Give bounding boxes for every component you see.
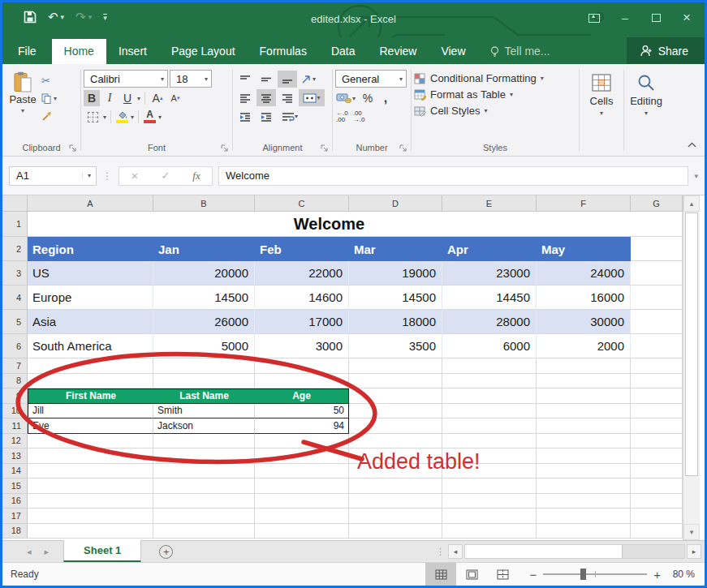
row-header-2[interactable]: 2: [2, 237, 28, 261]
cell-data[interactable]: 14600: [255, 285, 349, 310]
cell[interactable]: [255, 358, 349, 374]
horizontal-scroll-thumb[interactable]: [465, 545, 623, 558]
borders-dropdown[interactable]: ▾: [103, 114, 106, 121]
column-header-C[interactable]: C: [255, 195, 349, 212]
cell[interactable]: [537, 418, 631, 434]
cell[interactable]: [442, 524, 537, 539]
cell[interactable]: [537, 449, 631, 464]
cell[interactable]: [442, 479, 537, 494]
select-all-corner[interactable]: [2, 195, 28, 212]
cell[interactable]: [442, 388, 537, 404]
cell[interactable]: [349, 404, 442, 419]
cell-data[interactable]: 19000: [349, 261, 442, 285]
horizontal-scrollbar[interactable]: ◂ ▸: [445, 541, 705, 562]
cell[interactable]: [537, 524, 631, 539]
cell[interactable]: [631, 388, 683, 404]
expand-formula-bar-button[interactable]: ▾: [694, 172, 698, 180]
tab-home[interactable]: Home: [52, 39, 106, 64]
increase-indent-button[interactable]: [257, 108, 276, 125]
row-header-14[interactable]: 14: [2, 464, 28, 479]
tab-page-layout[interactable]: Page Layout: [159, 39, 248, 64]
cell[interactable]: [349, 494, 442, 509]
decrease-font-size-button[interactable]: A: [167, 90, 183, 106]
cell-data[interactable]: 23000: [442, 261, 537, 285]
editing-button[interactable]: Editing ▾: [627, 68, 666, 142]
tab-review[interactable]: Review: [368, 39, 429, 64]
cell-data[interactable]: 28000: [442, 310, 537, 334]
cell-data[interactable]: 17000: [255, 310, 349, 334]
prev-sheet-arrow[interactable]: ◂: [27, 547, 32, 557]
align-right-button[interactable]: [278, 89, 297, 106]
cell[interactable]: [28, 374, 153, 389]
cell[interactable]: [537, 479, 631, 494]
cell[interactable]: [153, 479, 255, 494]
number-format-combo[interactable]: General▾: [335, 70, 407, 88]
cell-data[interactable]: Europe: [28, 285, 153, 310]
cell[interactable]: [255, 479, 349, 494]
cell[interactable]: [28, 494, 153, 509]
cell[interactable]: [442, 358, 537, 374]
fill-color-button[interactable]: [115, 109, 129, 125]
wrap-text-button[interactable]: ▾: [278, 108, 302, 125]
cell[interactable]: [349, 388, 442, 404]
cell-data[interactable]: 18000: [349, 310, 442, 334]
align-bottom-button[interactable]: [278, 71, 297, 88]
cell-data[interactable]: 14450: [442, 285, 537, 310]
cell[interactable]: [153, 449, 255, 464]
row-header-13[interactable]: 13: [2, 449, 28, 464]
cell[interactable]: [442, 374, 537, 389]
increase-font-size-button[interactable]: A: [149, 90, 166, 106]
cell-added-data[interactable]: Jackson: [153, 418, 255, 434]
cell-added-data[interactable]: Jill: [28, 404, 153, 419]
percent-style-button[interactable]: %: [360, 90, 376, 106]
cell-data[interactable]: 22000: [255, 261, 349, 285]
cell[interactable]: [153, 358, 255, 374]
cell[interactable]: [631, 261, 683, 285]
copy-button[interactable]: ▾: [41, 91, 58, 105]
cell-added-header[interactable]: Age: [255, 388, 349, 404]
cell[interactable]: [631, 449, 683, 464]
zoom-slider-handle[interactable]: [580, 569, 586, 580]
name-box-dropdown[interactable]: ▾: [82, 172, 96, 179]
cell[interactable]: [537, 464, 631, 479]
cell[interactable]: [153, 464, 255, 479]
format-painter-button[interactable]: [41, 109, 58, 123]
number-dialog-launcher[interactable]: [399, 144, 407, 152]
cell-main-header[interactable]: Region: [28, 237, 153, 261]
share-button[interactable]: Share: [627, 37, 705, 64]
clipboard-dialog-launcher[interactable]: [69, 144, 76, 152]
decrease-indent-button[interactable]: [235, 108, 255, 125]
cell-main-header[interactable]: Mar: [349, 237, 442, 261]
cell[interactable]: [537, 494, 631, 509]
cell[interactable]: [153, 374, 255, 389]
cell-data[interactable]: 3000: [255, 334, 349, 358]
cell[interactable]: [255, 434, 349, 449]
cell-title-welcome[interactable]: Welcome: [28, 212, 631, 237]
cell[interactable]: [153, 494, 255, 509]
tab-file[interactable]: File: [2, 39, 52, 64]
font-color-dropdown[interactable]: ▾: [158, 114, 162, 121]
cell-main-header[interactable]: May: [537, 237, 631, 261]
cancel-entry-button[interactable]: ×: [119, 169, 150, 182]
cell-data[interactable]: 3500: [349, 334, 442, 358]
cell-data[interactable]: 2000: [537, 334, 631, 358]
cell[interactable]: [442, 464, 537, 479]
name-box[interactable]: A1▾: [9, 166, 97, 186]
cell[interactable]: [28, 434, 153, 449]
cell[interactable]: [255, 494, 349, 509]
cell-added-header[interactable]: First Name: [28, 388, 153, 404]
row-header-11[interactable]: 11: [2, 418, 28, 434]
cell[interactable]: [153, 524, 255, 539]
cell[interactable]: [442, 404, 537, 419]
cell[interactable]: [349, 449, 442, 464]
zoom-slider[interactable]: [543, 569, 647, 580]
scroll-up-arrow[interactable]: ▴: [683, 195, 700, 212]
scroll-down-arrow[interactable]: ▾: [683, 524, 700, 540]
cell-data[interactable]: 24000: [537, 261, 631, 285]
row-header-5[interactable]: 5: [2, 310, 28, 334]
confirm-entry-button[interactable]: ✓: [150, 170, 181, 182]
decrease-decimal-button[interactable]: .00→.0: [352, 109, 366, 125]
tabbar-splitter[interactable]: ⋮: [436, 547, 445, 557]
cell-added-data[interactable]: 94: [255, 418, 349, 434]
borders-button[interactable]: [84, 109, 101, 125]
